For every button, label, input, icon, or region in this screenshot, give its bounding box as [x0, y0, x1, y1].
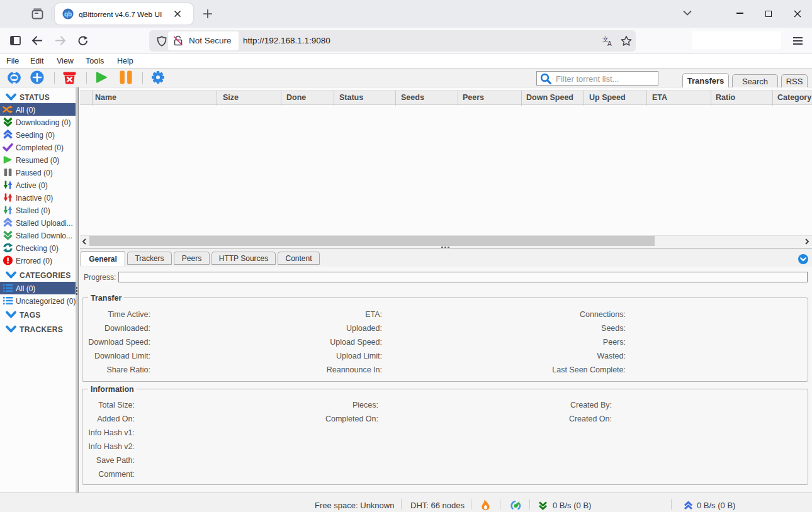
- svg-text:qb: qb: [64, 11, 72, 18]
- svg-text:A: A: [607, 40, 612, 47]
